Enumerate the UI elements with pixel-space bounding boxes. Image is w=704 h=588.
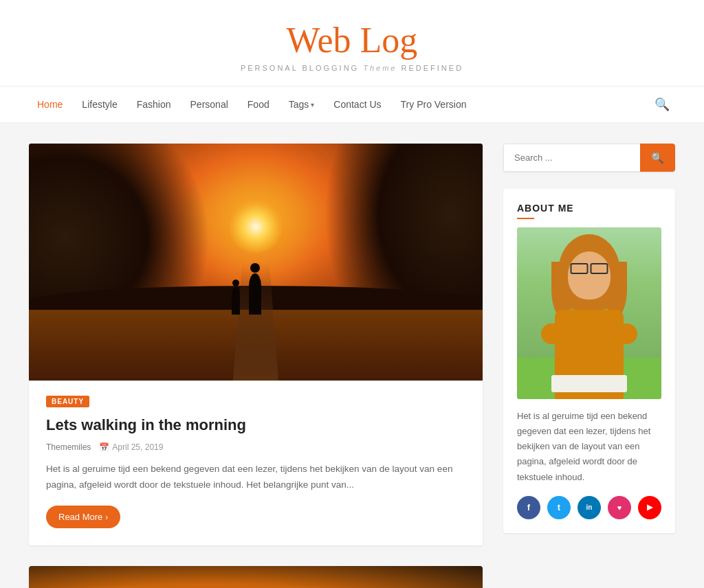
nav-link-lifestyle[interactable]: Lifestyle <box>72 87 126 122</box>
post-meta: Thememiles 📅 April 25, 2019 <box>46 442 465 452</box>
nav-link-pro[interactable]: Try Pro Version <box>391 87 476 122</box>
nav-item-personal[interactable]: Personal <box>181 87 238 122</box>
about-photo <box>517 227 661 399</box>
instagram-icon[interactable]: ♥ <box>608 496 631 519</box>
nav-link-contact[interactable]: Contact Us <box>324 87 390 122</box>
post-card-1: BEAUTY Lets walking in the morning Theme… <box>29 144 483 545</box>
nav-links: Home Lifestyle Fashion Personal Food Tag… <box>28 87 476 122</box>
nav-item-contact[interactable]: Contact Us <box>324 87 390 122</box>
post-2-image <box>29 566 483 588</box>
site-subtitle: PERSONAL BLOGGING Theme REDEFINED <box>14 64 690 72</box>
about-text: Het is al geruime tijd een bekend gegeve… <box>517 409 661 484</box>
calendar-icon: 📅 <box>99 442 109 452</box>
site-header: Web Log PERSONAL BLOGGING Theme REDEFINE… <box>0 0 704 87</box>
post-date: April 25, 2019 <box>112 442 163 452</box>
post-excerpt: Het is al geruime tijd een bekend gegeve… <box>46 462 465 493</box>
nav-item-fashion[interactable]: Fashion <box>127 87 181 122</box>
nav-item-pro[interactable]: Try Pro Version <box>391 87 476 122</box>
post-title[interactable]: Lets walking in the morning <box>46 416 465 436</box>
search-button[interactable]: 🔍 <box>640 144 675 172</box>
nav-item-food[interactable]: Food <box>238 87 279 122</box>
book <box>551 375 627 392</box>
main-container: BEAUTY Lets walking in the morning Theme… <box>15 144 689 588</box>
nav-item-home[interactable]: Home <box>28 87 72 122</box>
post-body: BEAUTY Lets walking in the morning Theme… <box>29 381 483 545</box>
twitter-icon[interactable]: t <box>547 496 571 519</box>
nav-item-lifestyle[interactable]: Lifestyle <box>72 87 126 122</box>
sidebar: 🔍 ABOUT ME Het is al geruime tijd een be… <box>503 144 675 588</box>
post-category-badge[interactable]: BEAUTY <box>46 396 89 407</box>
post-featured-image <box>29 144 483 381</box>
sun-decoration <box>228 199 283 254</box>
nav-link-home[interactable]: Home <box>28 87 72 122</box>
nav-link-personal[interactable]: Personal <box>181 87 238 122</box>
post-author[interactable]: Thememiles <box>46 442 91 452</box>
nav-link-food[interactable]: Food <box>238 87 279 122</box>
woman-face <box>568 251 610 299</box>
post-date-wrapper: 📅 April 25, 2019 <box>99 442 163 452</box>
site-title: Web Log <box>14 21 690 60</box>
nav-link-tags[interactable]: Tags <box>279 87 324 122</box>
facebook-icon[interactable]: f <box>517 496 540 519</box>
about-widget-title: ABOUT ME <box>517 203 661 219</box>
person-adult-silhouette <box>249 273 261 315</box>
nav-link-fashion[interactable]: Fashion <box>127 87 181 122</box>
youtube-icon[interactable]: ▶ <box>638 496 661 519</box>
linkedin-icon[interactable]: in <box>578 496 601 519</box>
main-content: BEAUTY Lets walking in the morning Theme… <box>29 144 483 588</box>
nav-item-tags[interactable]: Tags <box>279 87 324 122</box>
nav-search-icon[interactable]: 🔍 <box>648 90 676 119</box>
woman-arms <box>541 324 637 344</box>
about-widget: ABOUT ME Het is al geruime tijd een beke… <box>503 189 675 532</box>
social-icons: f t in ♥ ▶ <box>517 496 661 519</box>
search-input[interactable] <box>503 144 640 172</box>
search-icon: 🔍 <box>651 152 664 163</box>
main-navigation: Home Lifestyle Fashion Personal Food Tag… <box>0 87 704 123</box>
search-widget: 🔍 <box>503 144 675 172</box>
read-more-button[interactable]: Read More <box>46 506 120 528</box>
woman-glasses <box>571 263 608 271</box>
post-card-2-partial <box>29 566 483 588</box>
person-child-silhouette <box>232 287 240 315</box>
